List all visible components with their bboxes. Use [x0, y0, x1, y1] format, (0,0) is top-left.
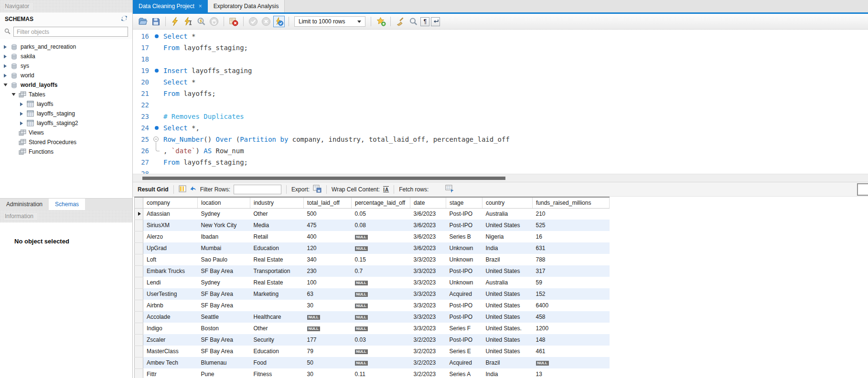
code-line[interactable]: 25Row_Number() Over (Partition by compan… — [133, 134, 868, 145]
refresh-grid-icon[interactable] — [190, 185, 197, 193]
cell[interactable]: Sydney — [198, 208, 250, 220]
grid-view-icon[interactable] — [179, 185, 186, 194]
cell[interactable]: Education — [250, 242, 304, 254]
tree-item-views[interactable]: Views — [0, 128, 132, 137]
beautify-icon[interactable] — [395, 16, 406, 27]
code-line[interactable]: 21From layoffs; — [133, 88, 868, 99]
row-selector[interactable] — [135, 288, 143, 300]
limit-rows-select[interactable]: Limit to 1000 rows — [294, 16, 365, 27]
cell[interactable]: Post-IPO — [446, 311, 482, 323]
column-header-date[interactable]: date — [410, 197, 446, 208]
cell[interactable]: Accolade — [143, 311, 198, 323]
cell[interactable]: Acquired — [446, 288, 482, 300]
cell[interactable]: 3/3/2023 — [410, 300, 446, 311]
chevron-down-icon[interactable] — [11, 93, 16, 96]
tree-item-sys[interactable]: sys — [0, 61, 132, 71]
table-row[interactable]: AccoladeSeattleHealthcareNULLNULL3/3/202… — [135, 311, 610, 323]
cell[interactable]: United States — [482, 220, 533, 231]
cell[interactable]: United States — [482, 311, 533, 323]
cell[interactable]: Australia — [482, 208, 533, 220]
cell[interactable]: 0.11 — [352, 368, 410, 378]
code-line[interactable]: 18 — [133, 53, 868, 65]
row-selector[interactable] — [135, 254, 143, 265]
cell[interactable]: 3/3/2023 — [410, 288, 446, 300]
cell[interactable]: 59 — [533, 277, 610, 288]
cell[interactable]: Marketing — [250, 288, 304, 300]
cell[interactable]: Post-IPO — [446, 220, 482, 231]
cell[interactable]: 0.7 — [352, 265, 410, 277]
cell[interactable]: 3/3/2023 — [410, 265, 446, 277]
cell[interactable]: Loft — [143, 254, 198, 265]
cell[interactable]: 3/2/2023 — [410, 346, 446, 357]
cell[interactable]: SF Bay Area — [198, 288, 250, 300]
cell[interactable]: 210 — [533, 208, 610, 220]
table-row[interactable]: UpGradMumbaiEducation120NULL3/6/2023Unkn… — [135, 242, 610, 254]
cell[interactable]: NULL — [533, 357, 610, 368]
cell[interactable]: United States — [482, 288, 533, 300]
cell[interactable]: 3/3/2023 — [410, 254, 446, 265]
cell[interactable]: 3/3/2023 — [410, 323, 446, 334]
cell[interactable]: Retail — [250, 231, 304, 242]
cell[interactable]: 3/6/2023 — [410, 208, 446, 220]
table-row[interactable]: SiriusXMNew York CityMedia4750.083/6/202… — [135, 220, 610, 231]
chevron-right-icon[interactable] — [19, 121, 24, 126]
close-icon[interactable]: × — [199, 3, 202, 10]
tree-item-layoffs-staging[interactable]: layoffs_staging — [0, 109, 132, 118]
tree-item-tables[interactable]: Tables — [0, 90, 132, 99]
cell[interactable]: SiriusXM — [143, 220, 198, 231]
cell[interactable]: 500 — [304, 208, 352, 220]
cell[interactable]: New York City — [198, 220, 250, 231]
cell[interactable]: Sydney — [198, 277, 250, 288]
cell[interactable]: Sao Paulo — [198, 254, 250, 265]
open-file-icon[interactable] — [137, 16, 149, 27]
cell[interactable]: United States — [482, 300, 533, 311]
tab-exploratory-data-analysis[interactable]: Exploratory Data Analysis — [208, 0, 285, 12]
cell[interactable]: Series F — [446, 323, 482, 334]
code-line[interactable]: 28 — [133, 168, 868, 174]
chevron-right-icon[interactable] — [3, 45, 8, 49]
cell[interactable]: Unknown — [446, 277, 482, 288]
cell[interactable]: 0.05 — [352, 208, 410, 220]
row-selector[interactable] — [135, 220, 143, 231]
row-selector[interactable] — [135, 231, 143, 242]
cell[interactable]: Indigo — [143, 323, 198, 334]
cell[interactable]: SF Bay Area — [198, 300, 250, 311]
cell[interactable]: 0.08 — [352, 220, 410, 231]
cell[interactable]: 788 — [533, 254, 610, 265]
fetch-rows-icon[interactable] — [445, 185, 454, 194]
cell[interactable]: NULL — [352, 288, 410, 300]
cell[interactable]: Australia — [482, 277, 533, 288]
cell[interactable]: 317 — [533, 265, 610, 277]
cell[interactable]: Boston — [198, 323, 250, 334]
cell[interactable]: Other — [250, 323, 304, 334]
row-selector[interactable] — [135, 242, 143, 254]
editor-hscrollbar[interactable] — [142, 177, 505, 180]
cell[interactable]: 1200 — [533, 323, 610, 334]
cell[interactable]: 100 — [304, 277, 352, 288]
row-selector[interactable] — [135, 300, 143, 311]
table-row[interactable]: LendiSydneyReal Estate100NULL3/3/2023Unk… — [135, 277, 610, 288]
chevron-down-icon[interactable] — [3, 83, 8, 87]
code-line[interactable]: 16Select * — [133, 31, 868, 42]
cell[interactable]: United States. — [482, 323, 533, 334]
filter-rows-input[interactable] — [234, 185, 281, 194]
table-row[interactable]: AtlassianSydneyOther5000.053/6/2023Post-… — [135, 208, 610, 220]
row-selector[interactable] — [135, 346, 143, 357]
row-selector[interactable] — [135, 334, 143, 346]
chevron-right-icon[interactable] — [3, 64, 8, 68]
cell[interactable]: 30 — [304, 368, 352, 378]
wrap-cell-content-icon[interactable]: IA — [383, 186, 389, 192]
column-header-country[interactable]: country — [482, 197, 533, 208]
cell[interactable] — [250, 300, 304, 311]
cell[interactable]: 120 — [304, 242, 352, 254]
save-icon[interactable] — [150, 16, 161, 27]
tree-item-layoffs[interactable]: layoffs — [0, 99, 132, 109]
cell[interactable]: 3/2/2023 — [410, 368, 446, 378]
cell[interactable]: Series E — [446, 346, 482, 357]
cell[interactable]: India — [482, 242, 533, 254]
cell[interactable]: Post-IPO — [446, 265, 482, 277]
tree-item-layoffs-staging2[interactable]: layoffs_staging2 — [0, 118, 132, 128]
refresh-schemas-icon[interactable] — [121, 15, 128, 23]
cell[interactable]: 3/6/2023 — [410, 231, 446, 242]
cell[interactable]: Transportation — [250, 265, 304, 277]
